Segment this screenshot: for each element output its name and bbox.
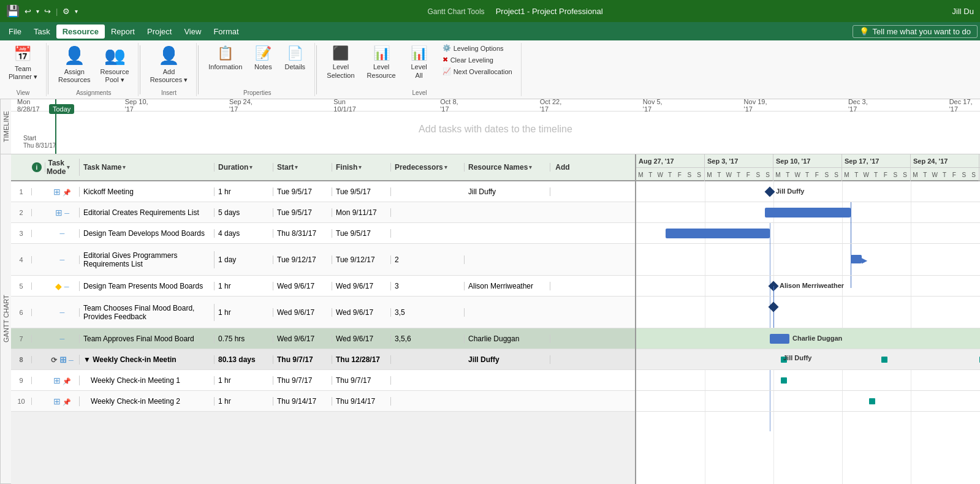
menu-item-project[interactable]: Project	[141, 25, 178, 39]
gantt-days-4: MTWTFSS	[842, 168, 911, 181]
table-row[interactable]: 3 ─ Design Team Develops Mood Boards 4 d…	[11, 223, 635, 244]
customize-dropdown[interactable]: ▾	[75, 8, 78, 15]
search-box[interactable]: 💡 Tell me what you want to do	[853, 25, 978, 38]
gantt-days-5: MTWTFSS	[911, 168, 979, 181]
table-row[interactable]: 6 ─ Team Chooses Final Mood Board, Provi…	[11, 297, 635, 328]
add-resources-icon: 👤	[158, 45, 180, 66]
row-id-9: 9	[11, 377, 32, 384]
table-row[interactable]: 2 ⊞ ─ Editorial Creates Requirements Lis…	[11, 202, 635, 223]
row-duration-4: 1 day	[215, 255, 273, 264]
table-row[interactable]: 5 ◆ ─ Design Team Presents Mood Boards 1…	[11, 276, 635, 297]
gantt-row-3	[636, 223, 980, 244]
level-selection-btn[interactable]: ⬛ LevelSelection	[323, 43, 358, 82]
timeline-date-4: Oct 8, '17	[440, 99, 466, 113]
col-header-mode: TaskMode ▾	[45, 159, 80, 176]
row-id-6: 6	[11, 309, 32, 316]
ribbon-group-properties: 📋 Information 📝 Notes 📄 Details Properti…	[200, 43, 315, 96]
details-icon: 📄	[287, 45, 303, 61]
gantt-rows: Jill Duffy ▶ Al	[636, 181, 980, 484]
clear-leveling-icon: ✖	[443, 56, 448, 64]
team-planner-btn[interactable]: 📅 TeamPlanner ▾	[5, 43, 41, 83]
ribbon-group-assignments: 👤 AssignResources 👥 ResourcePool ▾ Assig…	[50, 43, 139, 96]
name-sort-icon: ▾	[123, 164, 126, 170]
level-selection-label: LevelSelection	[327, 63, 354, 79]
row-start-9: Thu 9/7/17	[273, 376, 332, 385]
table-row[interactable]: 1 ⊞ 📌 Kickoff Meeting 1 hr Tue 9/5/17 Tu…	[11, 181, 635, 202]
undo-dropdown[interactable]: ▾	[36, 8, 39, 15]
resource-pool-btn[interactable]: 👥 ResourcePool ▾	[97, 43, 133, 86]
main-content: GANTT CHART i TaskMode ▾ Task Name ▾ Dur…	[0, 154, 980, 484]
gantt-bar-4	[851, 255, 862, 263]
row-finish-5: Wed 9/6/17	[332, 282, 391, 290]
row-start-8: Thu 9/7/17	[273, 355, 332, 364]
menu-item-task[interactable]: Task	[28, 25, 56, 39]
row-pred-4: 2	[391, 255, 465, 264]
menu-item-view[interactable]: View	[178, 25, 207, 39]
table-row[interactable]: 7 ─ Team Approves Final Mood Board 0.75 …	[11, 328, 635, 349]
row-start-3: Thu 8/31/17	[273, 229, 332, 238]
menu-item-file[interactable]: File	[2, 25, 28, 39]
customize-btn[interactable]: ⚙	[63, 7, 70, 16]
undo-btn[interactable]: ↩	[25, 7, 31, 16]
row-pred-5: 3	[391, 282, 465, 290]
gantt-bar-2	[765, 208, 851, 217]
gantt-days-2: MTWTFSS	[705, 168, 773, 181]
gantt-dot-8b	[881, 357, 887, 363]
timeline-placeholder: Add tasks with dates to the timeline	[11, 124, 980, 135]
gantt-bar-3	[666, 229, 770, 238]
start-date: Thu 8/31/17	[23, 142, 56, 149]
col-header-add[interactable]: Add	[550, 163, 575, 172]
level-all-btn[interactable]: 📊 LevelAll	[405, 43, 434, 82]
table-row[interactable]: 8 ⟳ ⊞ ─ ▼ Weekly Check-in Meetin 80.13 d…	[11, 349, 635, 370]
row-id-4: 4	[11, 256, 32, 263]
row-mode-10: ⊞ 📌	[45, 396, 80, 406]
gantt-row-5: Alison Merriweather	[636, 276, 980, 297]
gantt-week-aug27: Aug 27, '17	[636, 154, 705, 167]
menu-item-report[interactable]: Report	[105, 25, 141, 39]
col-header-predecessors[interactable]: Predecessors ▾	[391, 163, 465, 172]
start-label: Start	[23, 135, 36, 142]
gantt-row-8: Jill Duffy	[636, 349, 980, 370]
menu-item-resource[interactable]: Resource	[56, 25, 105, 39]
level-resource-btn[interactable]: 📊 LevelResource	[363, 43, 400, 82]
table-row[interactable]: 4 ─ Editorial Gives Programmers Requirem…	[11, 244, 635, 276]
gantt-chart-label: GANTT CHART	[0, 154, 11, 484]
row-mode-6: ─	[45, 308, 80, 317]
notes-btn[interactable]: 📝 Notes	[248, 43, 278, 74]
menu-item-format[interactable]: Format	[207, 25, 245, 39]
col-header-resources[interactable]: Resource Names ▾	[465, 163, 550, 172]
add-resources-btn[interactable]: 👤 AddResources ▾	[146, 43, 192, 86]
pin-icon-10: 📌	[63, 398, 71, 406]
col-header-start[interactable]: Start ▾	[273, 163, 332, 172]
redo-btn[interactable]: ↪	[44, 7, 51, 16]
res-sort-icon: ▾	[529, 164, 532, 170]
col-header-duration[interactable]: Duration ▾	[215, 163, 273, 172]
grid-icon-8: ⊞	[59, 355, 67, 365]
add-resources-label: AddResources ▾	[150, 68, 188, 84]
clear-leveling-btn[interactable]: ✖ Clear Leveling	[439, 55, 516, 65]
details-label: Details	[285, 63, 306, 71]
gantt-row-7: Charlie Duggan	[636, 328, 980, 349]
leveling-options-btn[interactable]: ⚙️ Leveling Options	[439, 43, 516, 53]
row-finish-10: Thu 9/14/17	[332, 397, 391, 406]
timeline-date-7: Nov 19, '17	[744, 99, 775, 113]
information-btn[interactable]: 📋 Information	[205, 43, 246, 74]
gantt-arrow-4: ▶	[862, 256, 867, 265]
next-overallocation-btn[interactable]: 📈 Next Overallocation	[439, 66, 516, 77]
duration-sort-icon: ▾	[249, 164, 253, 170]
app-icon: 💾	[6, 4, 20, 18]
col-header-name[interactable]: Task Name ▾	[80, 163, 215, 172]
col-header-finish[interactable]: Finish ▾	[332, 163, 391, 172]
assign-resources-btn[interactable]: 👤 AssignResources	[55, 43, 94, 86]
row-name-4: Editorial Gives Programmers Requirements…	[80, 251, 215, 268]
team-planner-icon: 📅	[13, 45, 32, 63]
level-resource-label: LevelResource	[367, 63, 396, 79]
app-title: Gantt Chart Tools Project1 - Project Pro…	[427, 7, 602, 16]
details-btn[interactable]: 📄 Details	[280, 43, 310, 74]
row-finish-9: Thu 9/7/17	[332, 376, 391, 385]
row-finish-2: Mon 9/11/17	[332, 208, 391, 217]
table-row[interactable]: 9 ⊞ 📌 Weekly Check-in Meeting 1 1 hr Thu…	[11, 370, 635, 391]
timeline-date-3: Sun 10/1/17	[333, 99, 367, 113]
table-row[interactable]: 10 ⊞ 📌 Weekly Check-in Meeting 2 1 hr Th…	[11, 391, 635, 412]
notes-label: Notes	[254, 63, 272, 71]
